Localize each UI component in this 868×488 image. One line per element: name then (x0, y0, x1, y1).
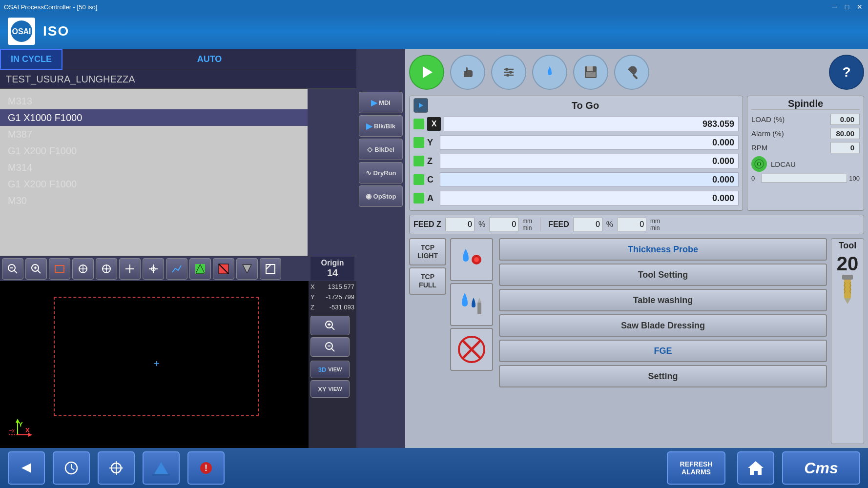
center5-button[interactable] (166, 258, 187, 280)
svg-point-46 (505, 68, 508, 71)
axis-y-indicator (413, 137, 424, 148)
code-line[interactable]: M30 (0, 192, 308, 209)
zoom-out-button[interactable] (2, 258, 23, 280)
minimize-button[interactable]: ─ (830, 3, 839, 11)
op-stop-button[interactable]: ◉ OpStop (359, 185, 403, 207)
dry-run-button[interactable]: ∿ DryRun (359, 162, 403, 183)
tcp-area: TCPLIGHT TCPFULL (409, 238, 446, 444)
code-line[interactable]: G1 X1000 F1000 (0, 109, 308, 126)
code-line[interactable]: M387 (0, 126, 308, 142)
feed-mm-input[interactable] (617, 218, 646, 231)
tcp-full-button[interactable]: TCPFULL (409, 267, 446, 295)
center1-button[interactable] (72, 258, 94, 280)
blk-blk-button[interactable]: ▶ Blk/Blk (359, 115, 403, 137)
svg-line-6 (38, 270, 41, 273)
xy-view-button[interactable]: XY VIEW (310, 380, 350, 398)
progress-track (761, 174, 847, 183)
svg-point-60 (474, 257, 479, 262)
center3-button[interactable] (119, 258, 141, 280)
tool-setting-button[interactable]: Tool Setting (499, 264, 827, 286)
feed-row: FEED Z % mmmin FEED % mmmin (409, 215, 864, 234)
refresh-alarms-button[interactable]: REFRESH ALARMS (667, 451, 725, 485)
coolant-button[interactable] (532, 55, 567, 90)
svg-rect-61 (477, 303, 481, 314)
thumbs-up-button[interactable] (450, 55, 485, 90)
feed-percent-input[interactable] (573, 218, 602, 231)
setting-button[interactable]: Setting (499, 365, 827, 387)
alert-button[interactable]: ! (187, 451, 225, 485)
svg-marker-77 (152, 474, 170, 476)
in-cycle-badge: IN CYCLE (0, 49, 62, 70)
zoom-in-button[interactable] (25, 258, 47, 280)
code-line[interactable]: G1 X200 F1000 (0, 176, 308, 192)
thickness-probe-button[interactable]: Thickness Probe (499, 238, 827, 261)
run-button[interactable] (409, 55, 444, 90)
zoom-in-canvas-button[interactable] (310, 316, 350, 335)
fge-icon-box (450, 328, 493, 371)
blk-del-label: BlkDel (374, 146, 394, 153)
svg-marker-69 (21, 463, 31, 473)
auto-badge: AUTO (62, 52, 356, 66)
saw-blade-dressing-button[interactable]: Saw Blade Dressing (499, 314, 827, 337)
help-button[interactable]: ? (829, 55, 864, 90)
tcp-light-button[interactable]: TCPLIGHT (409, 238, 446, 265)
svg-line-38 (331, 327, 334, 330)
blk-del-button[interactable]: ◇ BlkDel (359, 139, 403, 160)
to-go-play-button[interactable] (413, 98, 428, 113)
svg-marker-76 (154, 462, 168, 474)
xy-label: XY (318, 386, 326, 393)
table-washing-button[interactable]: Table washing (499, 289, 827, 311)
svg-marker-80 (748, 461, 764, 475)
diag1-button[interactable] (189, 258, 211, 280)
crosshair-button[interactable] (98, 451, 135, 485)
right-panel: ? To Go X 983.059 (405, 49, 868, 448)
view-label-3d: VIEW (328, 366, 342, 372)
maximize-button[interactable]: □ (843, 3, 851, 11)
wrench-button[interactable] (614, 55, 649, 90)
spindle-rpm-label: RPM (751, 143, 767, 152)
time-button[interactable] (53, 451, 90, 485)
fge-button[interactable]: FGE (499, 340, 827, 362)
svg-rect-52 (587, 66, 593, 71)
3d-label: 3D (318, 366, 327, 373)
diag2-button[interactable] (213, 258, 234, 280)
svg-line-72 (71, 468, 74, 470)
settings-button[interactable] (491, 55, 526, 90)
code-line[interactable]: M314 (0, 159, 308, 176)
graph-canvas: + Y X −x (0, 281, 309, 448)
feed-z-mm-input[interactable] (489, 218, 518, 231)
close-button[interactable]: ✕ (855, 3, 864, 11)
tool-number: 20 (837, 253, 859, 275)
feed-z-unit: mmmin (522, 218, 532, 232)
axis-a-label: A (427, 193, 437, 203)
code-line[interactable]: G1 X200 F1000 (0, 142, 308, 159)
cms-logo[interactable]: Cms (782, 451, 860, 485)
zoom-out-canvas-button[interactable] (310, 337, 350, 357)
tool-action-area: Thickness Probe Tool Setting Table washi… (450, 238, 827, 444)
center2-button[interactable] (96, 258, 117, 280)
axis-c-label: C (427, 175, 437, 185)
mdi-button[interactable]: ▶ MDI (359, 92, 403, 113)
shape-button[interactable] (143, 451, 180, 485)
program-name-text: TEST_USURA_LUNGHEZZA (6, 74, 135, 85)
left-panel: IN CYCLE AUTO TEST_USURA_LUNGHEZZA M313G… (0, 49, 405, 448)
axis-y-row: Y 0.000 (413, 134, 739, 151)
rect-tool-button[interactable] (49, 258, 70, 280)
home-button[interactable] (737, 451, 774, 485)
axis-x-row: X 983.059 (413, 116, 739, 132)
svg-point-58 (758, 163, 760, 165)
code-line[interactable]: M313 (0, 93, 308, 109)
svg-line-54 (634, 75, 637, 78)
spindle-load-label: LOAD (%) (751, 115, 785, 123)
left-sidebar-outer: ▶ MDI ▶ Blk/Blk ◇ BlkDel ∿ DryRun ◉ OpSt… (356, 49, 405, 448)
spindle-rpm-row: RPM 0 (751, 142, 860, 153)
3d-view-button[interactable]: 3D VIEW (310, 361, 350, 378)
diag4-button[interactable] (260, 258, 281, 280)
svg-point-16 (105, 268, 107, 270)
save-button[interactable] (573, 55, 608, 90)
back-button[interactable] (8, 451, 45, 485)
coord-y-label: Y (310, 293, 317, 301)
diag3-button[interactable] (236, 258, 258, 280)
feed-z-percent-input[interactable] (445, 218, 475, 231)
center4-button[interactable] (143, 258, 164, 280)
